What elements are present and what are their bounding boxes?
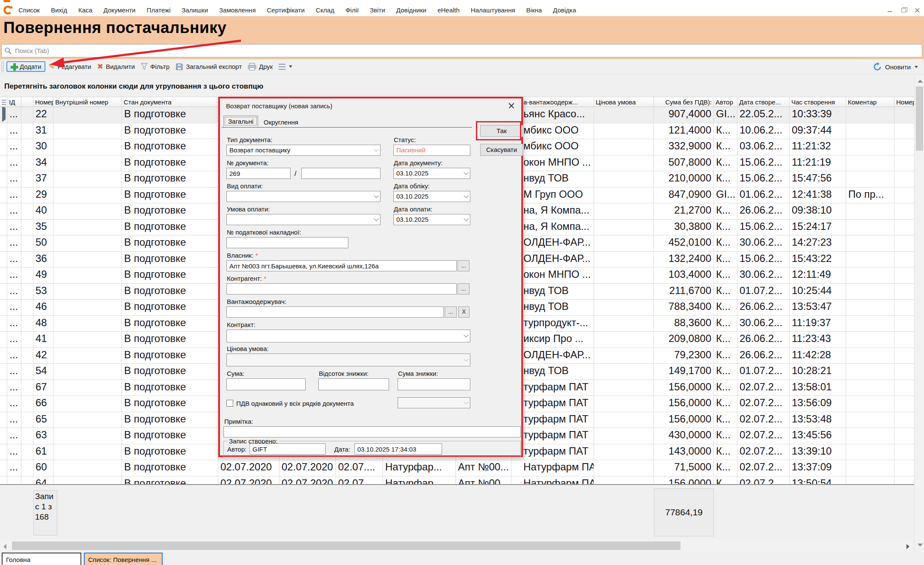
table-row[interactable]: ...60В подготовке02.07.202002.07.202002.… [0, 460, 924, 476]
discount-sum-input[interactable] [398, 378, 470, 390]
table-row-partial[interactable]: ...64В подготовке02.07.202002.07.202002.… [0, 476, 924, 485]
chevron-down-icon [463, 216, 468, 221]
scroll-down-icon[interactable] [918, 544, 923, 547]
group-by-panel[interactable]: Перетягніть заголовок колонки сюди для у… [0, 74, 924, 97]
consignee-browse-button[interactable]: ... [445, 306, 457, 318]
menu-item-3[interactable]: Документи [104, 6, 136, 14]
column-header-14[interactable]: Автор [714, 97, 737, 107]
menu-item-9[interactable]: Філії [345, 6, 359, 14]
note-input[interactable] [223, 426, 521, 437]
bottom-tab-1[interactable]: Список: Повернення ... [84, 553, 163, 565]
menu-item-15[interactable]: Довідка [553, 6, 576, 14]
floppy-icon [175, 63, 183, 71]
search-band [0, 43, 924, 59]
cell [21, 220, 33, 235]
menu-item-0[interactable]: Список [18, 6, 40, 14]
vertical-scroll-thumb[interactable] [916, 86, 923, 151]
column-header-3[interactable]: Номер [33, 97, 53, 107]
sum-input[interactable] [226, 378, 306, 390]
doc-no-suffix-input[interactable] [301, 168, 380, 179]
contragent-browse-button[interactable]: ... [458, 283, 469, 294]
contragent-input[interactable] [226, 283, 457, 294]
doc-type-combo[interactable]: Возврат поставщику [226, 145, 380, 156]
column-header-13[interactable]: Сума без ПДВ): [654, 97, 714, 107]
menu-item-7[interactable]: Сертифікати [267, 6, 305, 14]
search-box[interactable] [1, 44, 922, 57]
scroll-left-icon[interactable] [3, 544, 6, 549]
contract-combo[interactable] [226, 330, 470, 342]
menu-item-14[interactable]: Вікна [526, 6, 542, 14]
menu-item-10[interactable]: Звіти [370, 6, 385, 14]
restore-icon[interactable] [900, 7, 908, 13]
column-header-16[interactable]: Час створення [790, 97, 846, 107]
owner-input[interactable] [226, 260, 457, 271]
scroll-up-icon[interactable] [918, 80, 923, 83]
cancel-button[interactable]: Скасувати [480, 144, 523, 156]
owner-browse-button[interactable]: ... [458, 260, 469, 271]
acc-date-combo[interactable]: 03.10.2025 [393, 191, 470, 202]
refresh-button[interactable]: Оновити [873, 59, 918, 74]
cell: 13:58:01 [790, 380, 846, 396]
column-header-2[interactable] [21, 97, 33, 107]
column-header-0[interactable] [0, 97, 7, 107]
consignee-input[interactable] [226, 306, 444, 318]
horizontal-scroll-thumb[interactable] [12, 541, 680, 550]
pay-kind-combo[interactable] [226, 191, 380, 202]
menu-item-12[interactable]: eHealth [437, 6, 460, 14]
toolbar-grip[interactable] [1, 61, 4, 72]
menu-item-13[interactable]: Налаштування [471, 6, 515, 14]
horizontal-scrollbar[interactable] [0, 540, 914, 552]
cell: К... [714, 284, 737, 300]
column-header-17[interactable]: Коментар [846, 97, 894, 107]
column-header-15[interactable]: Дата створе... [737, 97, 790, 107]
menu-item-6[interactable]: Замовлення [219, 6, 256, 14]
vertical-scrollbar[interactable] [914, 75, 924, 552]
view-options-button[interactable] [276, 62, 295, 71]
scroll-right-icon[interactable] [906, 544, 909, 549]
cell: По пр... [846, 187, 894, 203]
menu-item-1[interactable]: Вихід [51, 6, 67, 14]
cell: 788,3400 [654, 300, 714, 315]
consignee-clear-button[interactable]: X [458, 306, 469, 318]
minimize-icon[interactable] [886, 7, 894, 13]
column-header-4[interactable]: Внутрішній номер [53, 97, 122, 107]
doc-date-combo[interactable]: 03.10.2025 [393, 168, 470, 179]
bottom-tab-0[interactable]: Головна [2, 553, 81, 565]
pay-cond-combo[interactable] [226, 214, 380, 225]
search-input[interactable] [12, 45, 922, 57]
tab-rounding[interactable]: Округлення [259, 117, 303, 128]
doc-no-input[interactable] [226, 168, 291, 179]
cell: 11:21:19 [790, 155, 846, 171]
dialog-close-icon[interactable] [508, 102, 515, 110]
tab-general[interactable]: Загальні [223, 116, 258, 127]
column-header-12[interactable]: Цінова умова [594, 97, 654, 107]
export-button[interactable]: Загальний експорт [172, 62, 245, 72]
add-button[interactable]: Додати [6, 61, 45, 72]
tax-invoice-input[interactable] [226, 237, 348, 248]
pay-date-combo[interactable]: 03.10.2025 [393, 214, 470, 225]
close-icon[interactable] [914, 7, 921, 13]
discount-pct-input[interactable] [318, 378, 389, 390]
filter-button[interactable]: Фільтр [138, 62, 172, 71]
vat-combo[interactable] [398, 397, 470, 408]
menu-item-8[interactable]: Склад [316, 6, 334, 14]
vat-checkbox[interactable] [226, 400, 233, 407]
column-header-1[interactable]: ІД [7, 97, 21, 107]
print-button[interactable]: Друк [245, 62, 276, 72]
column-header-11[interactable]: а-вантажоодерж... [511, 97, 594, 107]
menu-item-5[interactable]: Залишки [182, 6, 208, 14]
cell: турфарм ПАТ [511, 428, 594, 444]
cell: 61 [33, 444, 53, 460]
plus-icon [11, 63, 17, 70]
cell: 30,3800 [654, 220, 714, 235]
menu-item-2[interactable]: Каса [78, 6, 92, 14]
delete-button[interactable]: Видалити [94, 61, 138, 72]
grid-options-icon[interactable] [2, 100, 6, 105]
cell [53, 428, 122, 444]
column-header-5[interactable]: Стан документа [122, 97, 218, 107]
price-cond-combo[interactable] [226, 354, 470, 366]
menu-item-4[interactable]: Платежі [147, 6, 171, 14]
edit-button[interactable]: Редагувати [45, 61, 94, 73]
menu-item-11[interactable]: Довідники [396, 6, 426, 14]
cell [846, 220, 894, 235]
